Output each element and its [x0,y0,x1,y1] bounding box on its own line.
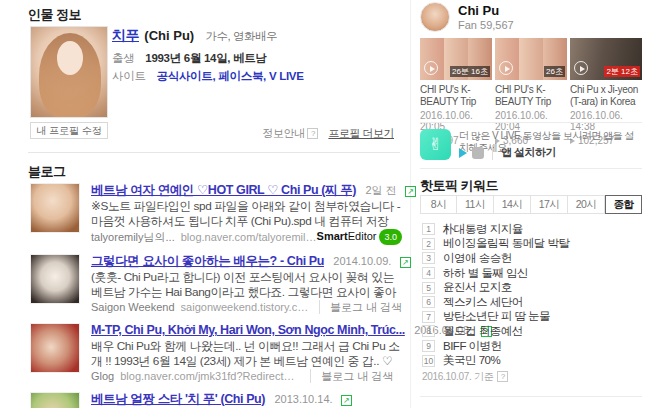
profile-name-link[interactable]: 치푸 [112,27,139,43]
video-thumbnail[interactable]: 26분 16초 [420,38,492,80]
hot-topics-footer: 2016.10.07. 기준? [422,370,508,384]
video-title-link[interactable]: CHI PU's K-BEAUTY Trip #LIKE IT 씬님의 변 .. [420,84,492,107]
tab-8h[interactable]: 8시 [420,195,457,214]
blog-source-name[interactable]: Saigon Weekend [91,300,175,314]
profile-photo[interactable] [30,26,108,118]
as-of-date: 2016.10.07. 기준 [422,371,493,382]
blog-post-snippet: (훗훗- Chi Pu라고 합니다) 이전 포스팅에서 요사이 꽂혀 있는 베트… [91,270,402,300]
blog-search-within-link[interactable]: 블로그 내 검색 [310,369,393,383]
blog-post-thumbnail[interactable] [30,183,80,233]
birth-label: 출생 [112,52,134,64]
keyword-text[interactable]: BIFF 이병헌 [443,339,502,354]
channel-avatar[interactable] [420,2,450,32]
vlive-logo-icon[interactable]: ✌ [420,129,451,160]
keyword-text[interactable]: 월드컵 최종예선 [443,324,523,339]
blog-search-within-link[interactable]: 블로그 내 검색 [319,300,402,314]
profile-occupation: 가수, 영화배우 [206,30,277,42]
rank-badge: 7 [422,311,435,323]
blog-post-thumbnail[interactable] [30,392,80,408]
video-thumbnail[interactable]: 2분 12초 [570,38,642,80]
blog-post-title-link[interactable]: 그렇다면 요사이 좋아하는 배우는? - Chi Pu [91,254,324,268]
blog-source-url[interactable]: blog.naver.com/talyoremily?Redirect=L... [181,230,317,244]
blog-post-thumbnail[interactable] [30,323,80,373]
rank-badge: 8 [422,325,435,337]
profile-photo-art-face [57,41,83,75]
keyword-text[interactable]: 베이징올림픽 동메달 박탈 [443,236,569,251]
play-icon [574,61,588,75]
smart-editor-version-badge: 3.0 [379,229,402,245]
people-section-title: 인물 정보 [28,6,81,24]
google-play-icon[interactable] [459,148,467,158]
rank-badge: 3 [422,252,435,264]
video-title-link[interactable]: Chi Pu x Ji-yeon (T-ara) in Korea [570,84,642,107]
section-divider [28,152,400,153]
blog-post-title-link[interactable]: M-TP, Chi Pu, Khởi My, Hari Won, Sơn Ngọ… [91,323,405,337]
app-install-link[interactable]: 앱 설치하기 [492,145,556,160]
blog-post-title-link[interactable]: 베트남 얼짱 스타 '치 푸' (Chi Pu) [91,392,265,406]
profile-more-link[interactable]: 프로필 더보기 [328,127,394,139]
tab-14h[interactable]: 14시 [494,195,531,214]
keyword-text[interactable]: 방탄소년단 피 땀 눈물 [443,309,550,324]
info-help-icon[interactable]: ? [307,128,318,139]
play-icon [424,61,438,75]
blog-post: 베트남 얼짱 스타 '치 푸' (Chi Pu) 2013.10.14. ↗ 베… [30,392,402,408]
keyword-text[interactable]: 朴대통령 지지율 [443,222,523,237]
video-title-link[interactable]: CHI PU's K-BEAUTY Trip #LIKE IT 씬님의 변 .. [495,84,567,107]
blog-post-thumbnail[interactable] [30,254,80,304]
keyword-item[interactable]: 3 이영애 송승헌 [422,251,642,266]
blog-source-url[interactable]: blog.naver.com/jmk31fd?Redirect=Log&logN… [120,369,300,383]
keyword-item[interactable]: 9 BIFF 이병헌 [422,339,642,354]
keyword-item[interactable]: 4 하하 별 둘째 임신 [422,266,642,281]
keyword-item[interactable]: 10 美국민 70% [422,353,642,368]
duration-badge: 2분 12초 [604,66,640,77]
blog-source-name[interactable]: talyoremily님의... [91,230,175,244]
external-link-icon[interactable]: ↗ [341,395,352,406]
birth-value: 1993년 6월 14일, 베트남 [145,52,266,64]
site-label: 사이트 [112,70,146,82]
keyword-item[interactable]: 6 젝스키스 세단어 [422,295,642,310]
blog-post-date: 2013.10.14. [274,393,332,405]
tab-20h[interactable]: 20시 [568,195,605,214]
profile-name-english: (Chi Pu) [144,28,194,43]
keyword-list: 1 朴대통령 지지율 2 베이징올림픽 동메달 박탈 3 이영애 송승헌 4 하… [422,222,642,368]
divider [420,122,642,123]
channel-name[interactable]: Chi Pu [458,3,499,18]
tab-17h[interactable]: 17시 [531,195,568,214]
blog-post-date: 2014.10.09. [333,255,391,267]
rank-badge: 1 [422,223,435,235]
keyword-text[interactable]: 하하 별 둘째 임신 [443,266,528,281]
external-link-icon[interactable]: ↗ [400,257,411,268]
edit-profile-button[interactable]: 내 프로필 수정 [30,122,108,139]
right-column: Chi Pu Fan 59,567 26분 16초 CHI PU's K-BEA… [420,0,642,408]
keyword-item[interactable]: 8 월드컵 최종예선 [422,324,642,339]
keyword-text[interactable]: 젝스키스 세단어 [443,295,523,310]
help-icon[interactable]: ? [497,371,508,382]
blog-post: 그렇다면 요사이 좋아하는 배우는? - Chi Pu 2014.10.09. … [30,254,402,314]
keyword-text[interactable]: 美국민 70% [443,353,500,368]
keyword-text[interactable]: 윤진서 모지호 [443,280,512,295]
duration-badge: 26분 16초 [450,66,490,77]
column-divider [410,0,411,408]
app-store-icon[interactable] [472,147,484,159]
site-links[interactable]: 공식사이트, 페이스북, V LIVE [157,70,304,82]
blog-post-snippet: 배우 Chi Pu와 함께 나왔는데.. 넌 이뻐요!! 그래서 급 Chi P… [91,339,402,369]
play-icon [499,61,513,75]
rank-badge: 6 [422,296,435,308]
keyword-text[interactable]: 이영애 송승헌 [443,251,512,266]
rank-badge: 4 [422,267,435,279]
keyword-item[interactable]: 2 베이징올림픽 동메달 박탈 [422,237,642,252]
tab-overall-selected[interactable]: 종합 [605,195,642,214]
blog-post: M-TP, Chi Pu, Khởi My, Hari Won, Sơn Ngọ… [30,323,402,383]
blog-post-date: 2일 전 [365,184,396,196]
blog-post-title-link[interactable]: 베트남 여자 연예인 ♡HOT GIRL ♡ Chi Pu (찌 푸) [91,183,356,197]
external-link-icon[interactable]: ↗ [405,186,416,197]
keyword-item[interactable]: 5 윤진서 모지호 [422,280,642,295]
video-thumbnail[interactable]: 26초 [495,38,567,80]
keyword-item[interactable]: 1 朴대통령 지지율 [422,222,642,237]
blog-post: 베트남 여자 연예인 ♡HOT GIRL ♡ Chi Pu (찌 푸) 2일 전… [30,183,402,245]
keyword-item[interactable]: 7 방탄소년단 피 땀 눈물 [422,310,642,325]
blog-source-name[interactable]: Glog [91,369,114,383]
blog-source-url[interactable]: saigonweekend.tistory.com/685 [181,300,309,314]
vlive-banner: ✌ 더 많은 V LIVE 동영상을 보시려면 앱을 설치해주세요. 앱 설치하… [420,129,642,162]
tab-11h[interactable]: 11시 [457,195,494,214]
